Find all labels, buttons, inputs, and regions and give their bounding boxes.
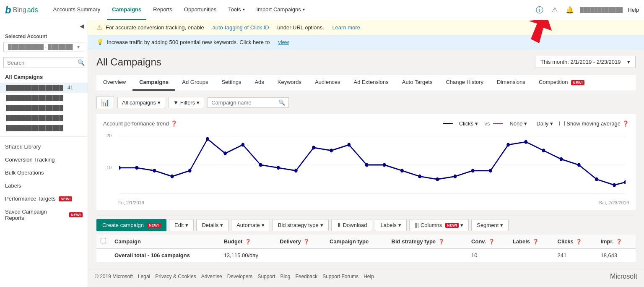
warning-icon[interactable]: ⚠: [550, 5, 560, 15]
footer-feedback[interactable]: Feedback: [295, 274, 317, 279]
sidebar-item-conversion-tracking[interactable]: Conversion Tracking: [0, 153, 88, 166]
columns-button[interactable]: ||| Columns NEW! ▾: [409, 219, 469, 231]
tab-change-history[interactable]: Change History: [439, 75, 490, 91]
table-header-delivery[interactable]: Delivery ❓: [275, 235, 325, 248]
conv-help-icon[interactable]: ❓: [488, 239, 495, 245]
campaigns-chart-button[interactable]: 📊: [96, 96, 114, 109]
sidebar: ◀ Selected Account ██████████ · ███████ …: [0, 20, 88, 287]
segment-button[interactable]: Segment ▾: [471, 219, 509, 231]
chart-title-help-icon[interactable]: ❓: [171, 120, 177, 127]
campaign-search-box[interactable]: 🔍: [208, 97, 289, 108]
footer-blog[interactable]: Blog: [280, 274, 290, 279]
bid-strategy-button[interactable]: Bid strategy type ▾: [273, 219, 329, 231]
table-header-budget[interactable]: Budget ❓: [220, 235, 276, 248]
campaign-list-item[interactable]: ████████████████: [0, 113, 88, 123]
nav-tools[interactable]: Tools ▾: [223, 0, 249, 20]
delivery-help-icon[interactable]: ❓: [303, 239, 309, 245]
tab-ads[interactable]: Ads: [248, 75, 270, 91]
sidebar-item-saved-campaign-reports[interactable]: Saved Campaign Reports NEW!: [0, 205, 88, 224]
sidebar-toggle[interactable]: ◀: [0, 20, 88, 32]
learn-more-link[interactable]: Learn more: [332, 24, 360, 31]
footer-brand: Microsoft: [610, 273, 637, 280]
all-campaigns-label: All Campaigns: [0, 71, 88, 83]
sidebar-item-bulk-operations[interactable]: Bulk Operations: [0, 166, 88, 179]
view-keywords-link[interactable]: view: [278, 39, 289, 45]
download-button[interactable]: ⬇ Download: [331, 219, 373, 231]
table-header-labels[interactable]: Labels ❓: [509, 235, 553, 248]
tab-audiences[interactable]: Audiences: [308, 75, 347, 91]
saved-campaign-reports-label: Saved Campaign Reports: [5, 209, 66, 221]
daily-interval-dropdown[interactable]: Daily ▾: [533, 119, 556, 128]
footer-privacy[interactable]: Privacy & Cookies: [155, 274, 196, 279]
campaign-search-input[interactable]: [211, 99, 278, 106]
show-moving-average-checkbox-label[interactable]: Show moving average ❓: [559, 120, 629, 127]
sidebar-item-performance-targets[interactable]: Performance Targets NEW!: [0, 192, 88, 205]
clicks-help-icon[interactable]: ❓: [576, 239, 582, 245]
tab-keywords[interactable]: Keywords: [271, 75, 308, 91]
nav-reports[interactable]: Reports: [148, 0, 177, 20]
select-all-checkbox[interactable]: [101, 238, 106, 243]
bell-icon[interactable]: 🔔: [565, 5, 575, 15]
footer-developers[interactable]: Developers: [227, 274, 253, 279]
show-moving-average-checkbox[interactable]: [559, 121, 565, 126]
nav-import-campaigns[interactable]: Import Campaigns ▾: [252, 0, 310, 20]
footer-help[interactable]: Help: [364, 274, 374, 279]
edit-button[interactable]: Edit ▾: [169, 219, 194, 231]
clicks-metric-dropdown[interactable]: Clicks ▾: [456, 119, 481, 128]
tab-settings[interactable]: Settings: [215, 75, 248, 91]
tab-overview[interactable]: Overview: [96, 75, 132, 91]
campaign-list-item[interactable]: ████████████████ 41: [0, 83, 88, 93]
chart-dot: [348, 143, 351, 146]
filters-button[interactable]: ▼ Filters ▾: [169, 97, 204, 108]
performance-targets-label: Performance Targets: [5, 196, 55, 202]
table-header-campaign-type[interactable]: Campaign type: [325, 235, 387, 248]
sidebar-item-shared-library[interactable]: Shared Library: [0, 140, 88, 153]
table-header-campaign[interactable]: Campaign: [110, 235, 220, 248]
campaign-list-item[interactable]: ████████████████: [0, 93, 88, 103]
date-selector[interactable]: This month: 2/1/2019 - 2/23/2019 ▾: [535, 56, 636, 68]
logo[interactable]: b Bing ads: [5, 4, 38, 16]
table-header-bid-strategy[interactable]: Bid strategy type ❓: [387, 235, 467, 248]
account-selector[interactable]: ██████████ · ███████ ▾: [3, 42, 84, 52]
auto-tagging-link[interactable]: auto-tagging of Click ID: [212, 24, 269, 31]
tab-competition[interactable]: Competition NEW!: [532, 75, 591, 91]
tab-campaigns[interactable]: Campaigns: [132, 75, 175, 91]
campaigns-table: Campaign Budget ❓ Delivery ❓ Campaign ty…: [96, 235, 636, 262]
table-header-clicks[interactable]: Clicks ❓: [553, 235, 597, 248]
nav-help[interactable]: Help: [628, 7, 639, 13]
tab-auto-targets[interactable]: Auto Targets: [395, 75, 439, 91]
footer-support-forums[interactable]: Support Forums: [322, 274, 358, 279]
campaign-list-item[interactable]: ████████████████: [0, 123, 88, 133]
tab-dimensions[interactable]: Dimensions: [490, 75, 532, 91]
create-campaign-button[interactable]: Create campaign NEW!: [96, 219, 166, 231]
nav-campaigns[interactable]: Campaigns: [107, 0, 146, 20]
labels-help-icon[interactable]: ❓: [532, 239, 539, 245]
nav-accounts-summary[interactable]: Accounts Summary: [48, 0, 106, 20]
columns-new-badge: NEW!: [445, 223, 459, 228]
all-campaigns-dropdown[interactable]: All campaigns ▾: [117, 97, 165, 108]
chart-dot: [436, 177, 439, 181]
campaign-list-item[interactable]: ████████████████: [0, 103, 88, 113]
table-header-impr[interactable]: Impr. ❓: [596, 235, 636, 248]
budget-help-icon[interactable]: ❓: [245, 239, 251, 245]
moving-avg-help-icon[interactable]: ❓: [622, 120, 629, 127]
impr-help-icon[interactable]: ❓: [616, 239, 622, 245]
details-button[interactable]: Details ▾: [196, 219, 229, 231]
nav-opportunities[interactable]: Opportunities: [179, 0, 221, 20]
bid-strategy-help-icon[interactable]: ❓: [438, 239, 444, 245]
tab-ad-groups[interactable]: Ad Groups: [175, 75, 215, 91]
sidebar-search[interactable]: 🔍: [3, 57, 84, 68]
table-header-conv[interactable]: Conv. ❓: [467, 235, 509, 248]
none-metric-dropdown[interactable]: None ▾: [506, 119, 530, 128]
sidebar-item-labels[interactable]: Labels: [0, 179, 88, 192]
search-input[interactable]: [7, 60, 78, 66]
footer-support[interactable]: Support: [257, 274, 275, 279]
automate-button[interactable]: Automate ▾: [231, 219, 270, 231]
footer-legal[interactable]: Legal: [138, 274, 150, 279]
labels-button[interactable]: Labels ▾: [375, 219, 406, 231]
info-circle-icon[interactable]: ⓘ: [535, 5, 545, 15]
tab-ad-extensions[interactable]: Ad Extensions: [347, 75, 395, 91]
campaign-search-icon[interactable]: 🔍: [278, 99, 285, 106]
footer-advertise[interactable]: Advertise: [201, 274, 222, 279]
search-icon[interactable]: 🔍: [78, 59, 85, 66]
